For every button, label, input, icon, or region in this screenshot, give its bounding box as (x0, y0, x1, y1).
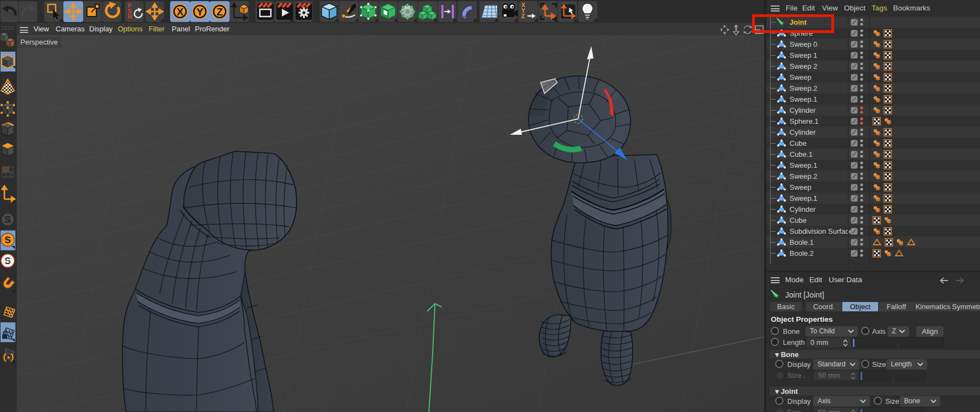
svg-text:Y: Y (197, 6, 204, 18)
svg-text:X: X (177, 6, 184, 18)
svg-text:S: S (4, 235, 10, 245)
svg-text:Z: Z (216, 6, 223, 18)
svg-text:Z: Z (521, 13, 525, 19)
svg-text:R: R (128, 13, 132, 20)
